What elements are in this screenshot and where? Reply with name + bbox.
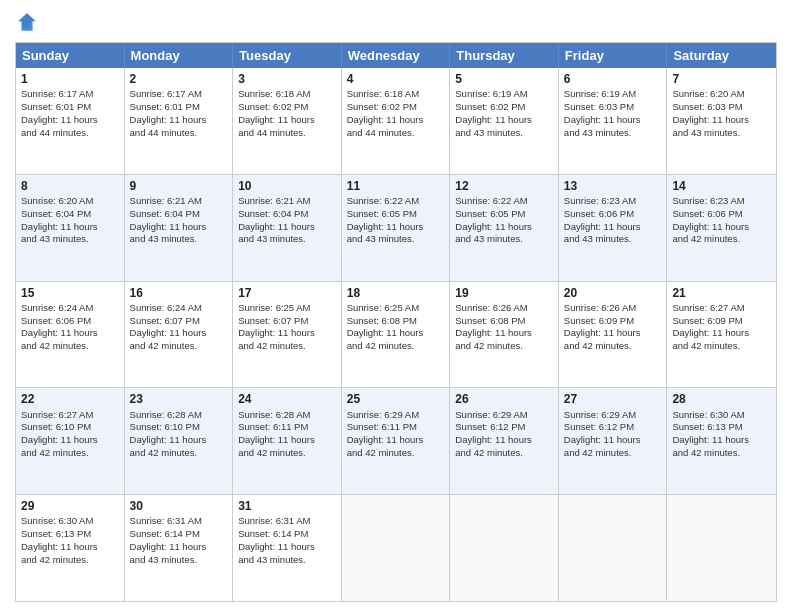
- day-info-line: Daylight: 11 hours: [672, 327, 771, 340]
- page: SundayMondayTuesdayWednesdayThursdayFrid…: [0, 0, 792, 612]
- day-info-line: Sunrise: 6:24 AM: [130, 302, 228, 315]
- day-cell-4: 4Sunrise: 6:18 AMSunset: 6:02 PMDaylight…: [342, 68, 451, 174]
- day-info-line: and 42 minutes.: [672, 233, 771, 246]
- day-info-line: Sunset: 6:07 PM: [238, 315, 336, 328]
- day-info-line: Daylight: 11 hours: [130, 434, 228, 447]
- day-cell-3: 3Sunrise: 6:18 AMSunset: 6:02 PMDaylight…: [233, 68, 342, 174]
- day-info-line: and 43 minutes.: [564, 233, 662, 246]
- day-number: 24: [238, 391, 336, 407]
- day-cell-27: 27Sunrise: 6:29 AMSunset: 6:12 PMDayligh…: [559, 388, 668, 494]
- day-number: 5: [455, 71, 553, 87]
- day-cell-31: 31Sunrise: 6:31 AMSunset: 6:14 PMDayligh…: [233, 495, 342, 601]
- day-number: 7: [672, 71, 771, 87]
- day-info-line: Sunrise: 6:28 AM: [238, 409, 336, 422]
- day-info-line: Sunset: 6:05 PM: [455, 208, 553, 221]
- day-cell-25: 25Sunrise: 6:29 AMSunset: 6:11 PMDayligh…: [342, 388, 451, 494]
- day-info-line: Sunset: 6:12 PM: [564, 421, 662, 434]
- day-info-line: Sunrise: 6:31 AM: [130, 515, 228, 528]
- day-info-line: Sunset: 6:09 PM: [672, 315, 771, 328]
- day-info-line: Daylight: 11 hours: [238, 221, 336, 234]
- day-number: 3: [238, 71, 336, 87]
- day-info-line: Sunrise: 6:26 AM: [564, 302, 662, 315]
- day-info-line: Daylight: 11 hours: [130, 327, 228, 340]
- day-info-line: Daylight: 11 hours: [21, 327, 119, 340]
- day-cell-17: 17Sunrise: 6:25 AMSunset: 6:07 PMDayligh…: [233, 282, 342, 388]
- day-info-line: and 43 minutes.: [672, 127, 771, 140]
- day-info-line: and 44 minutes.: [238, 127, 336, 140]
- day-info-line: Daylight: 11 hours: [130, 541, 228, 554]
- day-number: 8: [21, 178, 119, 194]
- day-cell-16: 16Sunrise: 6:24 AMSunset: 6:07 PMDayligh…: [125, 282, 234, 388]
- day-info-line: and 42 minutes.: [347, 340, 445, 353]
- day-number: 28: [672, 391, 771, 407]
- day-info-line: Sunrise: 6:25 AM: [347, 302, 445, 315]
- day-info-line: Daylight: 11 hours: [672, 114, 771, 127]
- day-info-line: Sunset: 6:12 PM: [455, 421, 553, 434]
- day-info-line: Daylight: 11 hours: [347, 327, 445, 340]
- day-number: 9: [130, 178, 228, 194]
- day-info-line: Daylight: 11 hours: [455, 221, 553, 234]
- calendar-row-2: 8Sunrise: 6:20 AMSunset: 6:04 PMDaylight…: [16, 174, 776, 281]
- day-cell-14: 14Sunrise: 6:23 AMSunset: 6:06 PMDayligh…: [667, 175, 776, 281]
- day-number: 27: [564, 391, 662, 407]
- day-cell-9: 9Sunrise: 6:21 AMSunset: 6:04 PMDaylight…: [125, 175, 234, 281]
- day-cell-8: 8Sunrise: 6:20 AMSunset: 6:04 PMDaylight…: [16, 175, 125, 281]
- day-info-line: and 44 minutes.: [130, 127, 228, 140]
- day-info-line: and 42 minutes.: [455, 340, 553, 353]
- day-info-line: Sunset: 6:14 PM: [238, 528, 336, 541]
- day-info-line: Sunset: 6:02 PM: [238, 101, 336, 114]
- day-info-line: Sunset: 6:08 PM: [455, 315, 553, 328]
- day-info-line: and 44 minutes.: [347, 127, 445, 140]
- day-number: 26: [455, 391, 553, 407]
- day-info-line: Sunrise: 6:19 AM: [564, 88, 662, 101]
- calendar-header: SundayMondayTuesdayWednesdayThursdayFrid…: [16, 43, 776, 68]
- day-info-line: Sunrise: 6:29 AM: [564, 409, 662, 422]
- day-info-line: Sunset: 6:10 PM: [130, 421, 228, 434]
- day-info-line: Daylight: 11 hours: [130, 114, 228, 127]
- day-info-line: and 43 minutes.: [238, 554, 336, 567]
- day-info-line: and 43 minutes.: [130, 233, 228, 246]
- header-day-wednesday: Wednesday: [342, 43, 451, 68]
- day-info-line: Sunset: 6:06 PM: [564, 208, 662, 221]
- day-info-line: Daylight: 11 hours: [347, 221, 445, 234]
- day-number: 14: [672, 178, 771, 194]
- calendar: SundayMondayTuesdayWednesdayThursdayFrid…: [15, 42, 777, 602]
- day-info-line: Sunrise: 6:30 AM: [672, 409, 771, 422]
- day-info-line: and 44 minutes.: [21, 127, 119, 140]
- svg-marker-1: [18, 13, 36, 27]
- day-cell-empty: [667, 495, 776, 601]
- day-info-line: Daylight: 11 hours: [238, 434, 336, 447]
- day-info-line: and 43 minutes.: [455, 127, 553, 140]
- day-info-line: Sunset: 6:11 PM: [347, 421, 445, 434]
- day-info-line: Sunrise: 6:24 AM: [21, 302, 119, 315]
- day-info-line: Sunset: 6:14 PM: [130, 528, 228, 541]
- day-info-line: Sunset: 6:02 PM: [347, 101, 445, 114]
- calendar-row-4: 22Sunrise: 6:27 AMSunset: 6:10 PMDayligh…: [16, 387, 776, 494]
- header-day-sunday: Sunday: [16, 43, 125, 68]
- day-info-line: Sunrise: 6:21 AM: [238, 195, 336, 208]
- day-cell-22: 22Sunrise: 6:27 AMSunset: 6:10 PMDayligh…: [16, 388, 125, 494]
- day-number: 23: [130, 391, 228, 407]
- day-info-line: and 42 minutes.: [672, 340, 771, 353]
- header-day-monday: Monday: [125, 43, 234, 68]
- day-info-line: Sunrise: 6:18 AM: [238, 88, 336, 101]
- day-info-line: Daylight: 11 hours: [564, 114, 662, 127]
- day-info-line: Sunrise: 6:29 AM: [347, 409, 445, 422]
- day-info-line: Sunrise: 6:17 AM: [21, 88, 119, 101]
- day-info-line: Sunset: 6:03 PM: [564, 101, 662, 114]
- day-info-line: and 42 minutes.: [564, 340, 662, 353]
- day-cell-19: 19Sunrise: 6:26 AMSunset: 6:08 PMDayligh…: [450, 282, 559, 388]
- day-info-line: Daylight: 11 hours: [455, 434, 553, 447]
- day-info-line: and 42 minutes.: [455, 447, 553, 460]
- day-info-line: Sunrise: 6:23 AM: [672, 195, 771, 208]
- day-cell-7: 7Sunrise: 6:20 AMSunset: 6:03 PMDaylight…: [667, 68, 776, 174]
- day-cell-empty: [450, 495, 559, 601]
- day-info-line: Sunset: 6:07 PM: [130, 315, 228, 328]
- day-info-line: Sunset: 6:09 PM: [564, 315, 662, 328]
- day-info-line: Daylight: 11 hours: [564, 221, 662, 234]
- header-day-friday: Friday: [559, 43, 668, 68]
- day-info-line: Daylight: 11 hours: [564, 434, 662, 447]
- day-info-line: Daylight: 11 hours: [672, 434, 771, 447]
- day-info-line: Sunset: 6:01 PM: [21, 101, 119, 114]
- day-info-line: and 42 minutes.: [21, 554, 119, 567]
